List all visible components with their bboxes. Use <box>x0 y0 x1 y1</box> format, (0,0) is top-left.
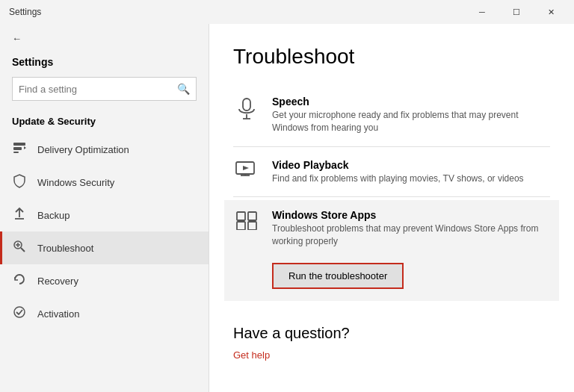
main-layout: ← Settings 🔍 Update & Security Delivery … <box>0 24 574 392</box>
have-question-title: Have a question? <box>233 325 550 342</box>
video-playback-text-block: Video Playback Find and fix problems wit… <box>272 159 550 185</box>
sidebar-section-title: Update & Security <box>0 113 209 133</box>
svg-line-7 <box>21 248 25 252</box>
sidebar-app-title: Settings <box>0 53 209 77</box>
svg-rect-0 <box>13 143 25 146</box>
svg-rect-21 <box>248 222 256 230</box>
sidebar-item-windows-security[interactable]: Windows Security <box>0 166 209 199</box>
app-title: Settings <box>6 7 41 17</box>
content-area: Troubleshoot Speech Get your microphone … <box>209 24 574 392</box>
svg-rect-1 <box>13 147 22 150</box>
sidebar-item-activation[interactable]: Activation <box>0 297 209 330</box>
close-button[interactable]: ✕ <box>534 0 568 24</box>
svg-marker-3 <box>24 146 26 149</box>
windows-store-apps-text-block: Windows Store Apps Troubleshoot problems… <box>272 209 550 248</box>
windows-store-apps-title: Windows Store Apps <box>272 209 550 221</box>
video-playback-header[interactable]: Video Playback Find and fix problems wit… <box>233 150 550 194</box>
troubleshoot-item-windows-store-apps: Windows Store Apps Troubleshoot problems… <box>224 200 559 301</box>
divider-2 <box>233 196 550 197</box>
activation-icon <box>12 305 27 323</box>
recovery-icon <box>12 272 27 290</box>
speech-header[interactable]: Speech Get your microphone ready and fix… <box>233 87 550 143</box>
video-playback-icon <box>233 159 260 178</box>
sidebar-item-delivery-optimization[interactable]: Delivery Optimization <box>0 133 209 166</box>
speech-title: Speech <box>272 96 550 108</box>
svg-rect-18 <box>237 212 245 220</box>
windows-security-icon <box>12 173 27 191</box>
sidebar-label-windows-security: Windows Security <box>37 177 114 188</box>
sidebar-label-troubleshoot: Troubleshoot <box>37 243 93 254</box>
svg-rect-2 <box>13 152 19 153</box>
back-arrow-icon: ← <box>12 33 22 44</box>
svg-rect-20 <box>237 222 245 230</box>
get-help-link[interactable]: Get help <box>233 349 270 361</box>
title-bar: Settings ─ ☐ ✕ <box>0 0 574 24</box>
sidebar-label-backup: Backup <box>37 210 70 221</box>
have-a-question-section: Have a question? Get help <box>233 319 550 361</box>
search-input[interactable] <box>19 84 177 95</box>
back-button[interactable]: ← <box>0 24 209 53</box>
search-icon-button[interactable]: 🔍 <box>177 83 190 95</box>
sidebar-label-activation: Activation <box>37 308 79 320</box>
troubleshoot-item-video-playback: Video Playback Find and fix problems wit… <box>233 150 550 194</box>
sidebar-item-recovery[interactable]: Recovery <box>0 264 209 297</box>
video-playback-description: Find and fix problems with playing movie… <box>272 172 550 185</box>
speech-text-block: Speech Get your microphone ready and fix… <box>272 96 550 134</box>
windows-store-apps-description: Troubleshoot problems that may prevent W… <box>272 223 550 248</box>
divider-1 <box>233 146 550 147</box>
sidebar: ← Settings 🔍 Update & Security Delivery … <box>0 24 209 392</box>
sidebar-item-backup[interactable]: Backup <box>0 199 209 231</box>
backup-icon <box>12 206 27 224</box>
page-title: Troubleshoot <box>233 45 550 69</box>
sidebar-label-delivery-optimization: Delivery Optimization <box>37 144 129 155</box>
speech-description: Get your microphone ready and fix proble… <box>272 109 550 134</box>
svg-rect-11 <box>243 99 250 111</box>
minimize-button[interactable]: ─ <box>465 0 499 24</box>
window-controls: ─ ☐ ✕ <box>465 0 568 24</box>
run-troubleshooter-button[interactable]: Run the troubleshooter <box>272 263 404 289</box>
sidebar-label-recovery: Recovery <box>37 276 78 287</box>
troubleshoot-item-speech: Speech Get your microphone ready and fix… <box>233 87 550 143</box>
windows-store-apps-header[interactable]: Windows Store Apps Troubleshoot problems… <box>233 200 550 257</box>
speech-icon <box>233 96 260 121</box>
video-playback-title: Video Playback <box>272 159 550 171</box>
run-btn-container: Run the troubleshooter <box>233 257 550 301</box>
delivery-optimization-icon <box>12 140 27 158</box>
windows-store-apps-icon <box>233 209 260 230</box>
maximize-button[interactable]: ☐ <box>499 0 534 24</box>
search-box: 🔍 <box>12 77 197 101</box>
svg-marker-17 <box>243 166 249 170</box>
svg-rect-19 <box>248 212 256 220</box>
svg-point-10 <box>14 307 25 317</box>
troubleshoot-icon <box>12 239 27 257</box>
sidebar-item-troubleshoot[interactable]: Troubleshoot <box>0 231 209 264</box>
